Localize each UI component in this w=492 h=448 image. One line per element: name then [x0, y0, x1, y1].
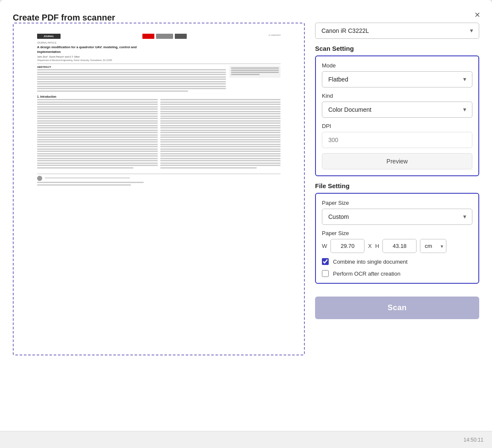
mode-field: Mode Flatbed ADF Single-sided ADF Double… [322, 62, 472, 87]
preview-panel: JOURNAL or statement JOURNAL ARTICLE A d… [13, 23, 305, 355]
width-input[interactable] [330, 239, 365, 253]
kind-select[interactable]: Color Document Grayscale Document Black … [322, 102, 472, 118]
paper-size-label: Paper Size [322, 200, 472, 206]
x-label: X [368, 243, 372, 249]
mode-select-wrapper: Flatbed ADF Single-sided ADF Double-side… [322, 71, 472, 87]
settings-panel: Canon iR C3222L HP ScanJet Pro Epson Wor… [315, 23, 479, 355]
kind-label: Kind [322, 93, 472, 99]
bottom-time: 14:50:11 [463, 437, 483, 443]
mode-select[interactable]: Flatbed ADF Single-sided ADF Double-side… [322, 71, 472, 87]
scan-settings-label: Scan Setting [315, 45, 479, 52]
scanner-select[interactable]: Canon iR C3222L HP ScanJet Pro Epson Wor… [315, 23, 479, 39]
kind-select-wrapper: Color Document Grayscale Document Black … [322, 102, 472, 118]
paper-size-select[interactable]: Custom A4 Letter Legal [322, 209, 472, 225]
paper-dim-label: Paper Size [322, 230, 472, 236]
paper-size-select-wrapper: Custom A4 Letter Legal ▼ [322, 209, 472, 225]
h-label: H [375, 243, 379, 249]
combine-checkbox-row: Combine into single document [322, 258, 472, 265]
ocr-checkbox-row: Perform OCR after creation [322, 270, 472, 277]
dpi-label: DPI [322, 123, 472, 129]
scan-settings-box: Mode Flatbed ADF Single-sided ADF Double… [315, 55, 479, 176]
content-area: JOURNAL or statement JOURNAL ARTICLE A d… [13, 23, 479, 355]
ocr-checkbox[interactable] [322, 270, 329, 277]
paper-size-row: W X H cm in mm ▼ [322, 239, 472, 253]
create-pdf-dialog: Create PDF from scanner × JOURNAL [0, 0, 492, 448]
mode-label: Mode [322, 62, 472, 69]
file-settings-label: File Setting [315, 182, 479, 189]
dpi-input[interactable] [322, 132, 472, 148]
combine-checkbox[interactable] [322, 258, 329, 265]
paper-dimensions-field: Paper Size W X H cm in mm [322, 230, 472, 253]
preview-button[interactable]: Preview [322, 153, 472, 169]
unit-select[interactable]: cm in mm [420, 239, 446, 253]
scan-settings-section: Scan Setting Mode Flatbed ADF Single-sid… [315, 45, 479, 176]
w-label: W [322, 243, 327, 249]
scanner-select-wrapper: Canon iR C3222L HP ScanJet Pro Epson Wor… [315, 23, 479, 39]
scan-button[interactable]: Scan [315, 297, 479, 319]
combine-label[interactable]: Combine into single document [333, 259, 408, 265]
unit-select-wrapper: cm in mm ▼ [420, 239, 446, 253]
scan-preview-box: JOURNAL or statement JOURNAL ARTICLE A d… [13, 23, 305, 355]
file-settings-box: Paper Size Custom A4 Letter Legal ▼ [315, 193, 479, 284]
file-settings-section: File Setting Paper Size Custom A4 Letter… [315, 182, 479, 284]
bottom-bar: 14:50:11 [0, 431, 492, 448]
paper-size-field: Paper Size Custom A4 Letter Legal ▼ [322, 200, 472, 225]
dialog-title: Create PDF from scanner [13, 13, 115, 22]
document-preview: JOURNAL or statement JOURNAL ARTICLE A d… [37, 30, 281, 348]
kind-field: Kind Color Document Grayscale Document B… [322, 93, 472, 118]
height-input[interactable] [382, 239, 417, 253]
dpi-field: DPI [322, 123, 472, 148]
ocr-label[interactable]: Perform OCR after creation [333, 271, 400, 277]
close-button[interactable]: × [471, 9, 483, 21]
